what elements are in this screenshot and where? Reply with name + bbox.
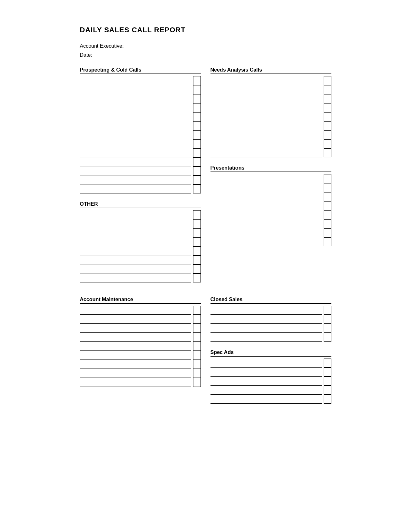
row-line[interactable]: [80, 255, 191, 264]
row-line[interactable]: [80, 360, 191, 369]
row-box[interactable]: [193, 333, 201, 342]
row-box[interactable]: [324, 228, 331, 237]
row-box[interactable]: [193, 264, 201, 273]
row-line[interactable]: [210, 386, 322, 395]
row-box[interactable]: [193, 369, 201, 378]
row-line[interactable]: [210, 76, 322, 85]
row-line[interactable]: [210, 139, 322, 148]
row-line[interactable]: [210, 315, 322, 324]
row-line[interactable]: [80, 139, 191, 148]
row-line[interactable]: [80, 342, 191, 351]
row-line[interactable]: [210, 359, 322, 368]
row-line[interactable]: [210, 183, 322, 192]
row-line[interactable]: [210, 94, 322, 103]
row-box[interactable]: [324, 201, 331, 210]
row-line[interactable]: [210, 174, 322, 183]
row-box[interactable]: [193, 255, 201, 264]
row-line[interactable]: [210, 324, 322, 333]
row-box[interactable]: [193, 103, 201, 112]
row-line[interactable]: [80, 94, 191, 103]
row-line[interactable]: [210, 237, 322, 246]
row-box[interactable]: [193, 175, 201, 184]
row-box[interactable]: [324, 139, 331, 148]
row-box[interactable]: [324, 237, 331, 246]
row-line[interactable]: [80, 315, 191, 324]
row-box[interactable]: [193, 360, 201, 369]
row-line[interactable]: [80, 76, 191, 85]
row-line[interactable]: [210, 130, 322, 139]
row-line[interactable]: [210, 210, 322, 219]
row-box[interactable]: [324, 324, 331, 333]
row-line[interactable]: [80, 264, 191, 273]
row-line[interactable]: [80, 210, 191, 219]
row-box[interactable]: [193, 166, 201, 175]
row-line[interactable]: [80, 306, 191, 315]
row-line[interactable]: [80, 219, 191, 228]
row-line[interactable]: [210, 103, 322, 112]
row-line[interactable]: [210, 121, 322, 130]
row-box[interactable]: [193, 378, 201, 387]
row-box[interactable]: [324, 219, 331, 228]
row-line[interactable]: [80, 324, 191, 333]
row-box[interactable]: [324, 130, 331, 139]
row-line[interactable]: [80, 112, 191, 121]
row-box[interactable]: [193, 228, 201, 237]
date-input-line[interactable]: [95, 52, 186, 58]
row-box[interactable]: [193, 246, 201, 255]
row-box[interactable]: [324, 76, 331, 85]
row-line[interactable]: [210, 85, 322, 94]
row-box[interactable]: [193, 315, 201, 324]
row-line[interactable]: [210, 306, 322, 315]
row-box[interactable]: [193, 130, 201, 139]
row-box[interactable]: [193, 94, 201, 103]
row-box[interactable]: [324, 94, 331, 103]
row-box[interactable]: [324, 377, 331, 386]
row-box[interactable]: [324, 210, 331, 219]
row-line[interactable]: [80, 85, 191, 94]
row-line[interactable]: [80, 369, 191, 378]
row-box[interactable]: [324, 368, 331, 377]
row-line[interactable]: [80, 351, 191, 360]
row-box[interactable]: [324, 386, 331, 395]
row-line[interactable]: [210, 368, 322, 377]
row-box[interactable]: [324, 359, 331, 368]
row-box[interactable]: [193, 139, 201, 148]
row-box[interactable]: [193, 112, 201, 121]
row-line[interactable]: [210, 192, 322, 201]
account-executive-input-line[interactable]: [127, 43, 217, 49]
row-line[interactable]: [80, 378, 191, 387]
row-line[interactable]: [210, 228, 322, 237]
row-line[interactable]: [210, 333, 322, 342]
row-box[interactable]: [193, 85, 201, 94]
row-box[interactable]: [193, 219, 201, 228]
row-line[interactable]: [210, 377, 322, 386]
row-line[interactable]: [80, 273, 191, 282]
row-box[interactable]: [193, 342, 201, 351]
row-line[interactable]: [80, 121, 191, 130]
row-line[interactable]: [80, 333, 191, 342]
row-line[interactable]: [80, 166, 191, 175]
row-box[interactable]: [324, 121, 331, 130]
row-line[interactable]: [80, 246, 191, 255]
row-box[interactable]: [324, 395, 331, 404]
row-line[interactable]: [80, 228, 191, 237]
row-line[interactable]: [80, 157, 191, 166]
row-line[interactable]: [80, 148, 191, 157]
row-line[interactable]: [210, 112, 322, 121]
row-line[interactable]: [80, 184, 191, 193]
row-box[interactable]: [193, 351, 201, 360]
row-box[interactable]: [193, 76, 201, 85]
row-box[interactable]: [324, 306, 331, 315]
row-box[interactable]: [324, 112, 331, 121]
row-box[interactable]: [193, 324, 201, 333]
row-box[interactable]: [324, 103, 331, 112]
row-box[interactable]: [193, 306, 201, 315]
row-box[interactable]: [324, 192, 331, 201]
row-box[interactable]: [324, 183, 331, 192]
row-box[interactable]: [193, 148, 201, 157]
row-line[interactable]: [210, 148, 322, 157]
row-line[interactable]: [80, 103, 191, 112]
row-box[interactable]: [193, 273, 201, 282]
row-box[interactable]: [193, 184, 201, 193]
row-box[interactable]: [193, 157, 201, 166]
